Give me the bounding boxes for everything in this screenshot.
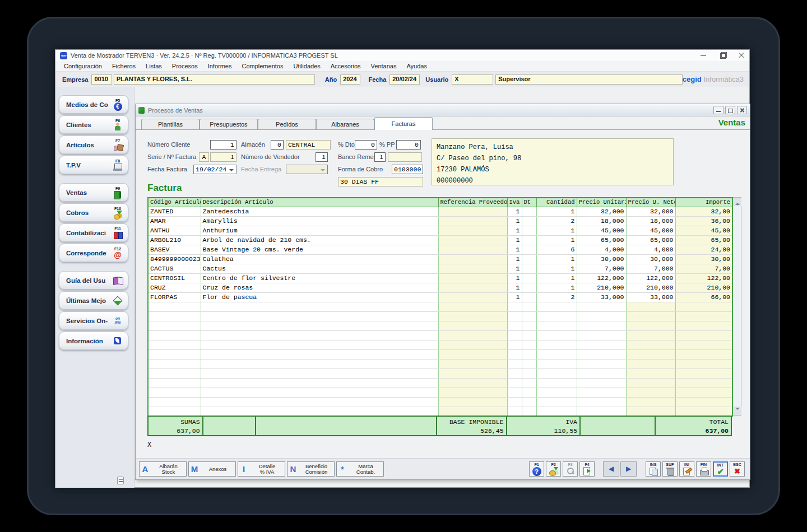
cell-iva[interactable]	[507, 330, 522, 340]
cliente-address-box[interactable]: Manzano Pera, Luisa C/ Paseo del pino, 9…	[432, 138, 674, 185]
cell-descripcion[interactable]	[201, 388, 438, 397]
dto-field[interactable]: 0	[355, 140, 377, 150]
cell-precio_unitario[interactable]	[577, 330, 626, 340]
cell-referencia[interactable]	[438, 321, 507, 330]
sidebar-item-book[interactable]: Guía del Usu	[59, 271, 128, 290]
cell-precio_unitario[interactable]	[577, 340, 626, 349]
tab-plantillas[interactable]: Plantillas	[141, 119, 200, 129]
usuario-field[interactable]: X	[452, 74, 493, 85]
cell-cantidad[interactable]: 1	[536, 264, 577, 273]
cell-iva[interactable]	[507, 368, 522, 378]
cell-dt[interactable]	[522, 254, 536, 264]
cell-cantidad[interactable]	[536, 340, 577, 349]
cell-cantidad[interactable]: 1	[536, 226, 577, 235]
cell-codigo[interactable]: CENTROSIL	[148, 273, 201, 283]
cell-descripcion[interactable]	[201, 311, 438, 321]
cell-cantidad[interactable]	[536, 330, 577, 340]
cell-importe[interactable]	[675, 349, 732, 359]
cell-codigo[interactable]	[148, 407, 201, 416]
forma-cobro-desc-field[interactable]: 30 DIAS FF	[338, 177, 423, 186]
next-record-button[interactable]: ▶	[620, 461, 637, 477]
cell-precio_unitario[interactable]: 45,000	[577, 226, 626, 235]
sidebar-item-payments[interactable]: CobrosF10	[59, 203, 128, 222]
cell-referencia[interactable]	[438, 292, 507, 302]
cell-codigo[interactable]	[148, 302, 201, 311]
cell-importe[interactable]: 122,00	[675, 273, 732, 283]
inner-minimize-icon[interactable]	[713, 106, 723, 114]
cell-dt[interactable]	[522, 235, 536, 245]
cell-precio_unitario[interactable]: 18,000	[577, 216, 626, 226]
cell-dt[interactable]	[522, 359, 536, 368]
cell-cantidad[interactable]	[536, 388, 577, 397]
cell-codigo[interactable]	[148, 340, 201, 349]
cell-iva[interactable]	[507, 397, 522, 407]
menu-item-configuración[interactable]: Configuración	[59, 63, 107, 69]
cell-precio_unitario[interactable]: 65,000	[577, 235, 626, 245]
cell-codigo[interactable]: FLORPAS	[148, 292, 201, 302]
cell-referencia[interactable]	[438, 340, 507, 349]
cell-descripcion[interactable]	[201, 349, 438, 359]
almacen-name-field[interactable]: CENTRAL	[286, 140, 331, 150]
cell-codigo[interactable]	[148, 378, 201, 388]
cell-importe[interactable]	[675, 359, 732, 368]
cell-importe[interactable]	[675, 321, 732, 330]
menu-item-ficheros[interactable]: Ficheros	[107, 63, 141, 69]
cell-cantidad[interactable]	[536, 302, 577, 311]
cell-iva[interactable]: 1	[507, 207, 522, 216]
cell-descripcion[interactable]	[201, 340, 438, 349]
cell-descripcion[interactable]: Zantedeschia	[201, 207, 438, 216]
cell-iva[interactable]	[507, 388, 522, 397]
serie-field[interactable]: A	[199, 152, 209, 162]
maximize-icon[interactable]	[719, 52, 726, 59]
cell-iva[interactable]: 1	[507, 216, 522, 226]
cell-dt[interactable]	[522, 273, 536, 283]
cell-dt[interactable]	[522, 397, 536, 407]
cell-iva[interactable]: 1	[507, 292, 522, 302]
cell-precio_unitario[interactable]	[577, 359, 626, 368]
cell-referencia[interactable]	[438, 207, 507, 216]
cell-precio_unitario[interactable]	[577, 302, 626, 311]
cell-dt[interactable]	[522, 311, 536, 321]
cell-importe[interactable]: 7,00	[675, 264, 732, 273]
cell-codigo[interactable]	[148, 321, 201, 330]
cell-referencia[interactable]	[438, 330, 507, 340]
cell-iva[interactable]	[507, 378, 522, 388]
action-button-fin[interactable]: FIN	[696, 461, 711, 477]
close-icon[interactable]	[738, 52, 745, 59]
cell-descripcion[interactable]	[201, 330, 438, 340]
cell-descripcion[interactable]: Calathea	[201, 254, 438, 264]
cell-precio_neto[interactable]	[626, 407, 675, 416]
cell-precio_neto[interactable]	[626, 359, 675, 368]
cell-codigo[interactable]	[148, 330, 201, 340]
cell-importe[interactable]: 66,00	[675, 292, 732, 302]
cell-dt[interactable]	[522, 245, 536, 254]
tool-button-marca[interactable]: *MarcaContab.	[336, 461, 384, 477]
tool-button-detalle[interactable]: IDetalle% IVA	[238, 461, 285, 477]
cell-descripcion[interactable]: Cactus	[201, 264, 438, 273]
cell-codigo[interactable]: AMAR	[148, 216, 201, 226]
cell-dt[interactable]	[522, 368, 536, 378]
cell-cantidad[interactable]: 1	[536, 283, 577, 292]
cell-dt[interactable]	[522, 292, 536, 302]
menu-item-accesorios[interactable]: Accesorios	[326, 63, 366, 69]
cell-referencia[interactable]	[438, 235, 507, 245]
menu-item-utilidades[interactable]: Utilidades	[288, 63, 325, 69]
cell-importe[interactable]	[675, 368, 732, 378]
menu-item-informes[interactable]: Informes	[203, 63, 237, 69]
cell-importe[interactable]	[675, 397, 732, 407]
cell-precio_neto[interactable]	[626, 349, 675, 359]
sidebar-item-register[interactable]: T.P.VF8	[59, 156, 128, 174]
cell-precio_neto[interactable]	[626, 378, 675, 388]
cell-descripcion[interactable]	[201, 321, 438, 330]
cell-cantidad[interactable]: 1	[536, 207, 577, 216]
cell-referencia[interactable]	[438, 254, 507, 264]
cell-referencia[interactable]	[438, 378, 507, 388]
scroll-up-icon[interactable]	[733, 198, 741, 206]
cell-dt[interactable]	[522, 407, 536, 416]
cell-referencia[interactable]	[438, 368, 507, 378]
cell-cantidad[interactable]	[536, 321, 577, 330]
cell-precio_neto[interactable]	[626, 321, 675, 330]
cell-codigo[interactable]	[148, 349, 201, 359]
cell-dt[interactable]	[522, 264, 536, 273]
cell-referencia[interactable]	[438, 273, 507, 283]
